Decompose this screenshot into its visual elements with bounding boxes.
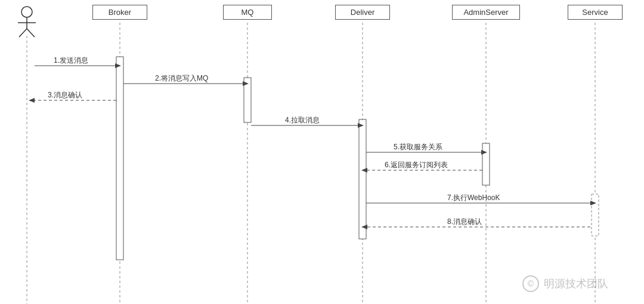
lifeline-service: Service <box>568 5 623 20</box>
svg-text:7.执行WebHooK: 7.执行WebHooK <box>447 194 500 202</box>
svg-marker-29 <box>481 150 487 155</box>
watermark-text: 明源技术团队 <box>544 277 608 291</box>
svg-text:6.返回服务订阅列表: 6.返回服务订阅列表 <box>385 161 448 169</box>
svg-marker-20 <box>243 81 249 86</box>
lifeline-deliver: Deliver <box>335 5 390 20</box>
svg-text:5.获取服务关系: 5.获取服务关系 <box>394 143 442 151</box>
svg-line-4 <box>27 29 35 37</box>
lifeline-adminserver: AdminServer <box>452 5 520 20</box>
lifeline-mq: MQ <box>223 5 272 20</box>
watermark: © 明源技术团队 <box>522 275 608 292</box>
svg-marker-35 <box>590 201 596 205</box>
svg-text:1.发送消息: 1.发送消息 <box>54 56 88 65</box>
svg-marker-23 <box>29 98 35 103</box>
svg-text:2.将消息写入MQ: 2.将消息写入MQ <box>155 74 208 82</box>
svg-text:4.拉取消息: 4.拉取消息 <box>285 116 320 124</box>
svg-marker-38 <box>361 225 367 229</box>
sequence-diagram: Broker MQ Deliver AdminServer Service <box>0 0 644 304</box>
svg-marker-17 <box>115 63 121 68</box>
svg-text:3.消息确认: 3.消息确认 <box>48 91 82 99</box>
svg-text:8.消息确认: 8.消息确认 <box>447 217 482 226</box>
svg-line-3 <box>19 29 27 37</box>
actor-user <box>12 5 42 39</box>
diagram-svg: 1.发送消息 2.将消息写入MQ 3.消息确认 4.拉取消息 5.获取服务关系 … <box>0 0 644 304</box>
lifeline-broker: Broker <box>92 5 147 20</box>
svg-rect-15 <box>592 194 599 236</box>
svg-rect-12 <box>244 78 251 122</box>
svg-rect-14 <box>482 143 490 185</box>
svg-marker-32 <box>361 168 367 173</box>
svg-point-0 <box>21 7 32 17</box>
svg-rect-13 <box>359 119 366 239</box>
svg-marker-26 <box>358 123 364 128</box>
watermark-icon: © <box>522 275 539 292</box>
svg-rect-11 <box>116 57 123 260</box>
